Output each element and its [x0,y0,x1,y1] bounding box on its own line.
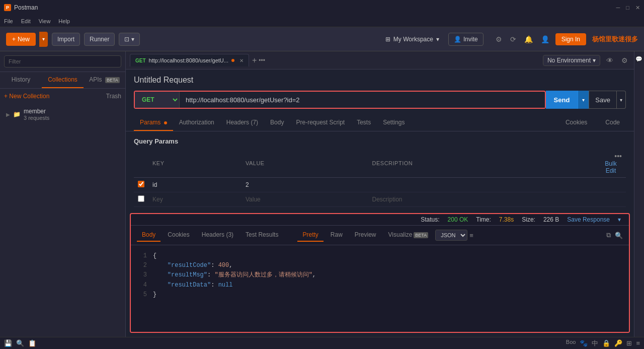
query-params-section: Query Params KEY VALUE DESCRIPTION ••• B… [126,131,634,213]
titlebar-left: P Postman [4,4,38,11]
bottom-icon-1[interactable]: 🐾 [580,339,588,348]
res-tab-headers[interactable]: Headers (3) [197,229,238,242]
res-tab-body[interactable]: Body [137,229,160,242]
table-more-button[interactable]: ••• [614,152,622,160]
subtab-tests[interactable]: Tests [351,115,377,131]
bottom-icon-2[interactable]: 中 [592,339,598,348]
param-checkbox[interactable] [138,181,144,187]
headers-count: (7) [251,119,258,126]
plus-icon: + [12,36,16,43]
workspace-button[interactable]: ⊞ My Workspace ▾ [380,33,444,45]
format-visualize[interactable]: VisualizeBETA [383,229,434,242]
bulk-edit-button[interactable]: Bulk Edit [600,160,622,174]
save-arrow-button[interactable]: ▾ [617,91,626,109]
bottom-info-icon[interactable]: 📋 [28,339,36,347]
response-tabs: Body Cookies Headers (3) Test Results Pr… [131,226,629,245]
menu-edit[interactable]: Edit [21,18,31,24]
eye-icon[interactable]: 👁 [604,54,615,66]
toolbar: + New ▾ Import Runner ⊡ ▾ ⊞ My Workspace… [0,27,644,51]
layout-button[interactable]: ⊡ ▾ [119,33,139,46]
param-value-cell[interactable]: 2 [242,178,368,192]
bottom-icon-4[interactable]: 🔑 [614,339,622,348]
param-desc-cell[interactable] [368,178,596,192]
minimize-btn[interactable]: ─ [616,5,620,11]
boo-label: Boo [566,339,576,348]
invite-button[interactable]: 👤 Invite [448,33,484,46]
save-response-button[interactable]: Save Response [567,216,610,223]
close-btn[interactable]: ✕ [635,5,640,11]
tab-close-icon[interactable]: ✕ [239,58,244,63]
url-input[interactable] [180,92,545,108]
search-response-icon[interactable]: 🔍 [615,231,623,239]
environment-selector[interactable]: No Environment ▾ [543,55,600,66]
new-button-arrow[interactable]: ▾ [39,32,48,47]
toolbar-icons: ⚙ ⟳ 🔔 👤 [494,33,551,45]
new-param-key-cell[interactable]: Key [148,192,242,207]
bottom-icon-6[interactable]: ≡ [636,339,640,348]
format-pretty[interactable]: Pretty [297,229,323,242]
sign-in-button[interactable]: Sign In [555,33,586,45]
collection-name: member [24,108,49,115]
bottom-icon-3[interactable]: 🔒 [602,339,610,348]
new-collection-button[interactable]: + New Collection [4,93,49,100]
res-tab-cookies[interactable]: Cookies [163,229,194,242]
settings-icon[interactable]: ⚙ [619,54,630,66]
bell-icon[interactable]: 🔔 [522,33,535,45]
bottom-icon-5[interactable]: ⊞ [626,339,632,348]
bottom-save-icon[interactable]: 💾 [4,339,12,347]
request-tabs-bar: GET http://localhost:8080/user/getU... ✕… [126,51,634,69]
res-tab-test-results[interactable]: Test Results [240,229,283,242]
search-input[interactable] [4,55,121,67]
subtab-settings[interactable]: Settings [377,115,411,131]
method-select[interactable]: GET POST PUT DELETE [135,92,180,108]
send-arrow-button[interactable]: ▾ [578,91,589,109]
more-tabs-button[interactable]: ••• [259,57,265,64]
menu-help[interactable]: Help [58,18,70,24]
user-avatar[interactable]: 👤 [539,33,551,45]
cookies-link[interactable]: Cookies [559,115,593,131]
size-value: 226 B [543,216,559,223]
format-icon-button[interactable]: ≡ [469,232,473,239]
runner-button[interactable]: Runner [84,33,115,46]
copy-response-icon[interactable]: ⧉ [606,231,611,239]
import-button[interactable]: Import [52,33,80,46]
titlebar-controls[interactable]: ─ □ ✕ [616,5,640,11]
sidebar-tab-apis[interactable]: APIs BETA [84,72,125,88]
send-button[interactable]: Send [546,91,578,109]
save-button[interactable]: Save [589,91,617,109]
bottom-search-icon[interactable]: 🔍 [16,339,24,347]
collection-item-member[interactable]: ▶ 📁 member 3 requests [4,106,121,123]
trash-button[interactable]: Trash [106,93,121,100]
subtab-body[interactable]: Body [264,115,290,131]
time-value: 7.38s [499,216,514,223]
subtab-authorization[interactable]: Authorization [173,115,220,131]
method-badge: GET [135,58,146,63]
menu-view[interactable]: View [39,18,51,24]
new-param-desc-cell[interactable]: Description [368,192,596,207]
subtab-headers[interactable]: Headers (7) [220,115,264,131]
save-response-arrow[interactable]: ▾ [618,216,621,223]
subtab-params[interactable]: Params [134,115,173,131]
param-key-cell[interactable]: id [148,178,242,192]
subtab-pre-request[interactable]: Pre-request Script [290,115,351,131]
format-raw[interactable]: Raw [326,229,348,242]
search-toolbar-icon[interactable]: ⚙ [494,33,504,45]
code-4: "resultData": null [153,281,232,290]
sync-icon[interactable]: ⟳ [508,33,518,45]
new-param-checkbox[interactable] [138,195,144,202]
apis-beta-badge: BETA [105,77,120,83]
new-button[interactable]: + New [6,33,36,46]
sidebar-tab-collections[interactable]: Collections [42,72,84,88]
request-tab-active[interactable]: GET http://localhost:8080/user/getU... ✕ [130,54,249,66]
right-panel-comments[interactable]: 💬 [636,53,642,64]
size-label: Size: [522,216,535,223]
code-link[interactable]: Code [599,115,626,131]
format-select[interactable]: JSON XML HTML [435,230,467,241]
collection-arrow-icon: ▶ [6,112,10,117]
sidebar-tab-history[interactable]: History [0,72,42,88]
menu-file[interactable]: File [4,18,13,24]
new-param-value-cell[interactable]: Value [242,192,368,207]
format-preview[interactable]: Preview [350,229,381,242]
new-tab-button[interactable]: + [252,56,257,65]
maximize-btn[interactable]: □ [626,5,629,11]
